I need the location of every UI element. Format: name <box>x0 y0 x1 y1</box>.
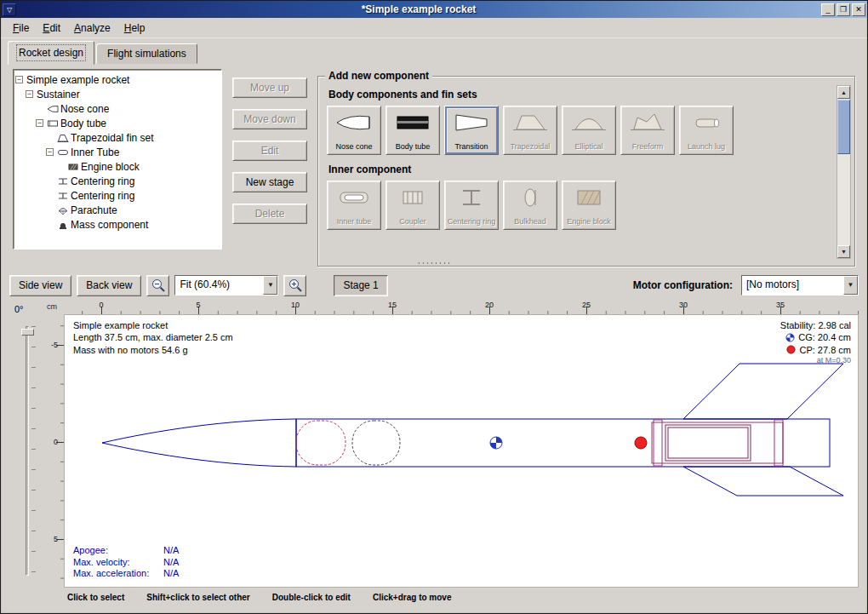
component-button-coupler: Coupler <box>385 181 440 230</box>
ruler-label: 5 <box>54 535 58 543</box>
scrollbar-track[interactable]: ▲ ▼ <box>837 85 851 259</box>
cg-text: CG: 20.4 cm <box>798 331 851 343</box>
rotation-slider-handle[interactable] <box>21 329 34 336</box>
rocket-dimensions: Length 37.5 cm, max. diameter 2.5 cm <box>73 331 233 343</box>
ruler-label: 0 <box>54 438 58 446</box>
magnifier-plus-icon <box>288 278 303 293</box>
component-button-elliptical-fin: Elliptical <box>562 106 616 155</box>
tree-item-centering-ring-1[interactable]: Centering ring <box>14 174 221 188</box>
engine-block-shape-icon <box>570 185 608 210</box>
tree-item-nose-cone[interactable]: Nose cone <box>14 101 221 116</box>
tree-item-body-tube[interactable]: − Body tube <box>14 116 221 130</box>
nose-cone-shape-icon <box>335 110 373 135</box>
minimize-button[interactable]: _ <box>821 3 835 16</box>
inner-component-buttons: Inner tube Coupler Centering ring <box>327 181 832 230</box>
ruler-label: 10 <box>291 301 300 309</box>
component-button-nose-cone[interactable]: Nose cone <box>327 106 381 155</box>
inner-component-section-label: Inner component <box>328 164 832 175</box>
move-down-button: Move down <box>232 109 307 129</box>
tree-item-parachute[interactable]: Parachute <box>14 203 221 217</box>
zoom-out-button[interactable] <box>146 275 169 296</box>
component-tree: − Simple example rocket − Sustainer Nose… <box>13 69 222 250</box>
trapezoidal-fin-shape-icon <box>511 110 549 135</box>
parachute-icon <box>57 205 71 215</box>
engine-block-outline <box>665 425 751 461</box>
add-component-title: Add new component <box>325 70 432 82</box>
centering-ring-outline <box>654 420 662 466</box>
stage-1-toggle[interactable]: Stage 1 <box>334 275 387 296</box>
magnifier-minus-icon <box>151 278 166 293</box>
zoom-in-button[interactable] <box>283 275 306 296</box>
menu-file[interactable]: File <box>6 20 36 37</box>
component-button-transition[interactable]: Transition <box>444 106 499 155</box>
scroll-down-icon[interactable]: ▼ <box>837 245 850 258</box>
component-button-launch-lug: Launch lug <box>679 106 734 155</box>
side-view-button[interactable]: Side view <box>9 275 71 296</box>
tree-item-mass-component[interactable]: Mass component <box>14 217 221 232</box>
openrocket-window: ▽ *Simple example rocket _ ❐ ✕ File Edit… <box>0 0 868 614</box>
main-tabs: Rocket design Flight simulations <box>1 38 867 64</box>
ruler-label: 0 <box>99 301 103 309</box>
collapse-icon[interactable]: − <box>15 76 23 83</box>
flight-data: Apogee:N/A Max. velocity:N/A Max. accele… <box>73 545 179 580</box>
apogee-value: N/A <box>163 545 179 555</box>
chevron-down-icon[interactable]: ▼ <box>843 276 858 295</box>
tab-flight-simulations[interactable]: Flight simulations <box>96 43 197 64</box>
window-menu-button[interactable]: ▽ <box>3 3 16 16</box>
rotation-slider[interactable] <box>26 326 29 576</box>
ruler-label: 30 <box>679 301 688 309</box>
hint-click-drag: Click+drag to move <box>373 593 452 602</box>
delete-button: Delete <box>232 204 307 224</box>
motor-config-label: Motor configuration: <box>633 279 733 291</box>
menu-edit[interactable]: Edit <box>36 20 67 37</box>
max-acceleration-value: N/A <box>163 568 179 578</box>
upper-fin <box>683 364 843 419</box>
close-button[interactable]: ✕ <box>852 3 865 16</box>
mass-component-outline <box>352 421 400 465</box>
mass-component-icon <box>57 220 71 230</box>
tree-item-sustainer[interactable]: − Sustainer <box>14 87 221 101</box>
menu-help[interactable]: Help <box>117 20 152 37</box>
tree-item-rocket[interactable]: − Simple example rocket <box>14 72 221 87</box>
rotation-value: 0° <box>14 304 24 314</box>
max-velocity-value: N/A <box>163 557 179 567</box>
maximize-button[interactable]: ❐ <box>837 3 850 16</box>
rocket-info: Simple example rocket Length 37.5 cm, ma… <box>73 319 233 356</box>
collapse-icon[interactable]: − <box>46 148 54 156</box>
lower-fin <box>683 467 843 496</box>
inner-tube-outline <box>652 422 783 463</box>
view-toolbar: Side view Back view Fit (60.4%) ▼ Stage … <box>1 270 867 301</box>
tree-item-centering-ring-2[interactable]: Centering ring <box>14 188 221 203</box>
tab-rocket-design[interactable]: Rocket design <box>8 41 94 65</box>
horizontal-ruler: 0 5 10 15 20 25 30 35 <box>64 301 859 314</box>
motor-config-select[interactable]: [No motors] ▼ <box>741 275 859 296</box>
cp-icon <box>786 345 796 354</box>
collapse-icon[interactable]: − <box>26 90 33 98</box>
chevron-down-icon[interactable]: ▼ <box>263 276 277 295</box>
tree-item-inner-tube[interactable]: − Inner Tube <box>14 145 221 159</box>
tree-item-trapezoidal-fin-set[interactable]: Trapezoidal fin set <box>14 130 221 145</box>
parachute-outline <box>296 421 345 465</box>
inner-tube-icon <box>57 147 71 158</box>
centering-ring-outline <box>774 420 783 466</box>
rocket-canvas[interactable]: Simple example rocket Length 37.5 cm, ma… <box>64 314 859 588</box>
scroll-up-icon[interactable]: ▲ <box>837 86 850 99</box>
body-component-buttons: Nose cone Body tube Transition <box>327 106 832 155</box>
max-acceleration-label: Max. acceleration: <box>73 568 163 580</box>
menu-analyze[interactable]: Analyze <box>67 20 117 37</box>
ruler-label: 20 <box>485 301 494 309</box>
new-stage-button[interactable]: New stage <box>232 172 307 192</box>
cp-marker <box>635 437 647 449</box>
titlebar[interactable]: ▽ *Simple example rocket _ ❐ ✕ <box>1 1 867 18</box>
cg-icon <box>785 333 795 342</box>
ruler-label: 15 <box>388 301 397 309</box>
rocket-name: Simple example rocket <box>73 319 233 331</box>
scroll-thumb[interactable] <box>837 100 850 154</box>
back-view-button[interactable]: Back view <box>77 275 141 296</box>
component-button-body-tube[interactable]: Body tube <box>385 106 440 155</box>
collapse-icon[interactable]: − <box>36 119 43 127</box>
tree-item-engine-block[interactable]: Engine block <box>14 159 221 174</box>
zoom-level-select[interactable]: Fit (60.4%) ▼ <box>174 275 278 296</box>
design-top-area: − Simple example rocket − Sustainer Nose… <box>1 64 867 258</box>
component-button-bulkhead: Bulkhead <box>503 181 557 230</box>
